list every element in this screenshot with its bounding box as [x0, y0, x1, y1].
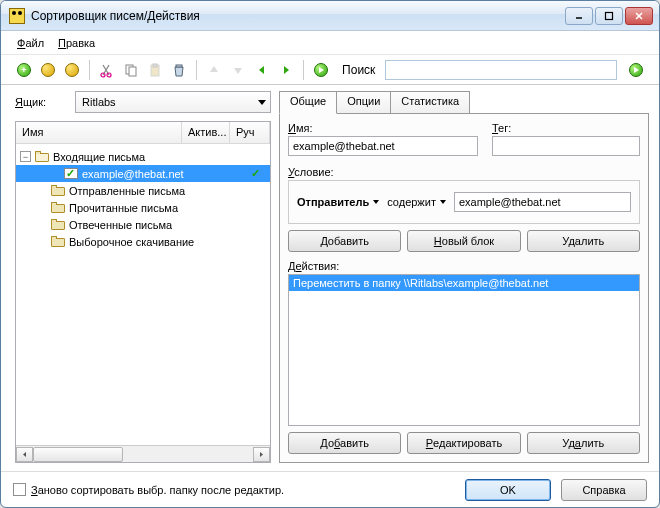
th-name[interactable]: Имя [16, 122, 182, 143]
menubar: Файл Правка [1, 31, 659, 55]
svg-rect-10 [153, 64, 157, 67]
body: Ящик: Ritlabs Имя Актив... Руч − Входящи… [1, 85, 659, 471]
action-add-button[interactable]: Добавить [288, 432, 401, 454]
move-down-icon [229, 60, 247, 80]
active-check-icon: ✓ [240, 167, 270, 180]
bottombar: Заново сортировать выбр. папку после ред… [1, 471, 659, 507]
ok-button[interactable]: OK [465, 479, 551, 501]
prev-icon[interactable] [253, 60, 271, 80]
mailbox-label: Ящик: [15, 96, 75, 108]
mailbox-combo[interactable]: Ritlabs [75, 91, 271, 113]
tree-node-replied[interactable]: Отвеченные письма [16, 216, 270, 233]
tabstrip: Общие Опции Статистика [279, 91, 649, 113]
tree-node-sent[interactable]: Отправленные письма [16, 182, 270, 199]
cond-add-button[interactable]: Добавить [288, 230, 401, 252]
close-button[interactable] [625, 7, 653, 25]
maximize-button[interactable] [595, 7, 623, 25]
separator [196, 60, 197, 80]
folder-open-icon [35, 151, 49, 162]
folder-icon [51, 202, 65, 213]
resort-label: Заново сортировать выбр. папку после ред… [31, 484, 284, 496]
cond-newblock-button[interactable]: Новый блок [407, 230, 520, 252]
scroll-track[interactable] [33, 447, 253, 462]
minimize-button[interactable] [565, 7, 593, 25]
hscrollbar[interactable] [16, 445, 270, 462]
paste-icon [146, 60, 164, 80]
folder-minus-icon[interactable] [63, 60, 81, 80]
scroll-left-icon[interactable] [16, 447, 33, 462]
separator [89, 60, 90, 80]
action-delete-button[interactable]: Удалить [527, 432, 640, 454]
run-icon[interactable] [312, 60, 330, 80]
search-label: Поиск [342, 63, 375, 77]
copy-icon[interactable] [122, 60, 140, 80]
th-manual[interactable]: Руч [230, 122, 270, 143]
cut-icon[interactable] [98, 60, 116, 80]
tree-node-selective[interactable]: Выборочное скачивание [16, 233, 270, 250]
menu-file[interactable]: Файл [17, 37, 44, 49]
condition-op-dropdown[interactable]: содержит [387, 196, 446, 208]
tabpanel-general: Имя: Тег: Условие: Отправитель содержит [279, 113, 649, 463]
right-pane: Общие Опции Статистика Имя: Тег: Условие… [279, 91, 649, 463]
chevron-down-icon [373, 200, 379, 204]
th-active[interactable]: Актив... [182, 122, 230, 143]
svg-rect-11 [176, 65, 182, 67]
folder-plus-icon[interactable] [39, 60, 57, 80]
chevron-down-icon [258, 100, 266, 105]
tree-node-inbox[interactable]: − Входящие письма [16, 148, 270, 165]
tree-node-rule[interactable]: example@thebat.net ✓ [16, 165, 270, 182]
tab-options[interactable]: Опции [336, 91, 391, 113]
actions-label: Действия: [288, 260, 640, 272]
toolbar: + Поиск [1, 55, 659, 85]
scroll-right-icon[interactable] [253, 447, 270, 462]
action-item[interactable]: Переместить в папку \\Ritlabs\example@th… [289, 275, 639, 291]
svg-rect-8 [129, 67, 136, 76]
collapse-icon[interactable]: − [20, 151, 31, 162]
search-go-icon[interactable] [627, 60, 645, 80]
cond-delete-button[interactable]: Удалить [527, 230, 640, 252]
name-label: Имя: [288, 122, 478, 134]
actions-list[interactable]: Переместить в папку \\Ritlabs\example@th… [288, 274, 640, 426]
tree-body[interactable]: − Входящие письма example@thebat.net ✓ О… [16, 144, 270, 445]
search-input[interactable] [385, 60, 617, 80]
mailbox-value: Ritlabs [82, 96, 116, 108]
svg-text:+: + [21, 65, 26, 75]
folder-icon [51, 185, 65, 196]
menu-edit[interactable]: Правка [58, 37, 95, 49]
mailbox-row: Ящик: Ritlabs [15, 91, 271, 113]
window: Сортировщик писем/Действия Файл Правка +… [0, 0, 660, 508]
rule-icon [64, 168, 78, 179]
tree-node-read[interactable]: Прочитанные письма [16, 199, 270, 216]
titlebar: Сортировщик писем/Действия [1, 1, 659, 31]
app-icon [9, 8, 25, 24]
checkbox-icon [13, 483, 26, 496]
tab-stats[interactable]: Статистика [390, 91, 470, 113]
name-input[interactable] [288, 136, 478, 156]
action-edit-button[interactable]: Редактировать [407, 432, 520, 454]
rules-tree: Имя Актив... Руч − Входящие письма examp… [15, 121, 271, 463]
condition-label: Условие: [288, 166, 640, 178]
svg-rect-1 [606, 12, 613, 19]
window-title: Сортировщик писем/Действия [31, 9, 563, 23]
tag-input[interactable] [492, 136, 640, 156]
condition-box: Отправитель содержит [288, 180, 640, 224]
condition-field-dropdown[interactable]: Отправитель [297, 196, 379, 208]
left-pane: Ящик: Ritlabs Имя Актив... Руч − Входящи… [15, 91, 271, 463]
tree-header: Имя Актив... Руч [16, 122, 270, 144]
condition-value-input[interactable] [454, 192, 631, 212]
help-button[interactable]: Справка [561, 479, 647, 501]
next-icon[interactable] [277, 60, 295, 80]
resort-checkbox[interactable]: Заново сортировать выбр. папку после ред… [13, 483, 455, 496]
chevron-down-icon [440, 200, 446, 204]
tab-general[interactable]: Общие [279, 91, 337, 114]
new-rule-icon[interactable]: + [15, 60, 33, 80]
move-up-icon [205, 60, 223, 80]
tag-label: Тег: [492, 122, 640, 134]
separator [303, 60, 304, 80]
folder-icon [51, 219, 65, 230]
delete-icon[interactable] [170, 60, 188, 80]
folder-icon [51, 236, 65, 247]
scroll-thumb[interactable] [33, 447, 123, 462]
